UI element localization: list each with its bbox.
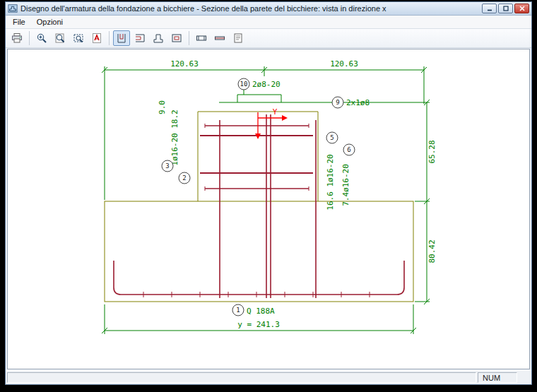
zoom-page-button[interactable] (52, 30, 69, 46)
dim-right-upper-label: 65.28 (427, 140, 437, 163)
minimize-button[interactable] (482, 4, 497, 13)
rebar-label-pos6: 7.4ø16-20 (341, 164, 350, 206)
pdf-export-button[interactable] (88, 30, 105, 46)
callout-10-label: 2ø8-20 (252, 80, 281, 89)
callout-1-num: 1 (236, 307, 240, 314)
callout-10-num: 10 (240, 81, 248, 88)
dim-top-right-label: 120.63 (330, 59, 358, 69)
print-preview-icon (232, 32, 244, 44)
close-button[interactable] (514, 4, 529, 13)
print-button[interactable] (8, 30, 25, 46)
toolbar-separator (29, 31, 30, 45)
callout-1-label: Q 188A (247, 307, 275, 316)
app-window: Disegno dell'armatura della fondazione a… (5, 1, 532, 385)
toolbar-separator (189, 31, 189, 45)
toolbar (6, 29, 531, 48)
rebar-lines (200, 114, 316, 298)
axis-marker: Y (255, 107, 288, 139)
rebar-label-pos5: 16.6 1ø16-20 (326, 154, 335, 210)
callout-2-num: 2 (182, 174, 186, 182)
status-num: NUM (478, 372, 517, 383)
dim-left-offset-label: 9.0 (158, 100, 167, 114)
menu-opzioni[interactable]: Opzioni (31, 16, 69, 28)
section-plinth-x-button[interactable] (150, 30, 167, 46)
zoom-in-button[interactable] (33, 30, 50, 46)
callout-5-num: 5 (330, 134, 334, 141)
window-controls (482, 4, 529, 13)
dimension-lines (102, 66, 430, 334)
toolbar-separator (109, 31, 110, 45)
section-wall-x-button[interactable] (113, 30, 130, 46)
beam-side-view-icon (214, 32, 225, 44)
titlebar: Disegno dell'armatura della fondazione a… (6, 2, 531, 16)
maximize-button[interactable] (498, 4, 513, 13)
menubar: File Opzioni (6, 16, 531, 29)
section-plinth-y-icon (171, 32, 182, 44)
callout-9-num: 9 (336, 99, 339, 106)
beam-top-view-button[interactable] (193, 30, 210, 46)
concrete-outline (105, 112, 413, 302)
dim-top-left-label: 120.63 (170, 59, 199, 69)
drawing-canvas[interactable]: 120.63 120.63 65.28 80.42 y = 241.3 9.0 … (7, 49, 530, 369)
app-icon (8, 4, 18, 13)
menu-file[interactable]: File (7, 16, 31, 28)
section-wall-y-button[interactable] (131, 30, 148, 46)
bottom-mesh (114, 261, 404, 297)
section-wall-x-icon (116, 32, 127, 44)
status-main-panel (7, 372, 476, 383)
callout-6-num: 6 (347, 146, 350, 153)
beam-side-view-button[interactable] (211, 30, 228, 46)
beam-top-view-icon (196, 32, 207, 44)
axis-y-label: Y (273, 107, 278, 117)
pdf-export-icon (91, 32, 102, 44)
window-title: Disegno dell'armatura della fondazione a… (20, 4, 478, 13)
dim-bottom-total-label: y = 241.3 (237, 320, 280, 329)
section-wall-y-icon (134, 32, 146, 44)
zoom-window-icon (73, 32, 84, 44)
print-preview-button[interactable] (230, 30, 247, 46)
section-plinth-y-button[interactable] (168, 30, 185, 46)
zoom-page-icon (54, 32, 66, 44)
zoom-window-button[interactable] (70, 30, 87, 46)
rebar-label-pos3: 1ø16-20 18.2 (170, 109, 179, 165)
zoom-in-icon (36, 32, 47, 44)
section-plinth-x-icon (153, 32, 164, 44)
printer-icon (11, 32, 23, 44)
callout-9-label: 2x1ø8 (346, 98, 370, 107)
statusbar: NUM (6, 370, 531, 384)
dim-right-lower-label: 80.42 (427, 239, 437, 263)
foundation-drawing: 120.63 120.63 65.28 80.42 y = 241.3 9.0 … (8, 49, 529, 369)
resize-grip[interactable] (519, 372, 530, 383)
callout-3-num: 3 (165, 162, 169, 170)
